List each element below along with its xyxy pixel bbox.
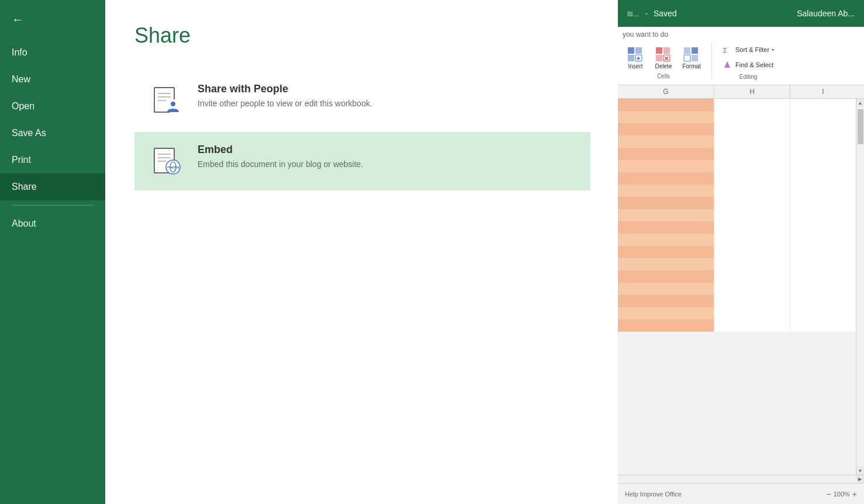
vertical-scrollbar[interactable]: ▲ ▼ (856, 99, 864, 475)
grid-rows (618, 99, 856, 332)
cell-g[interactable] (618, 283, 714, 295)
cell-g[interactable] (618, 307, 714, 319)
cell-i[interactable] (790, 148, 856, 160)
cell-i[interactable] (790, 111, 856, 123)
format-button[interactable]: Format (679, 42, 704, 72)
cell-h[interactable] (714, 234, 790, 246)
cell-h[interactable] (714, 135, 790, 148)
share-with-people-option[interactable]: Share with People Invite other people to… (134, 71, 590, 130)
back-button[interactable]: ← (0, 0, 105, 39)
grid-area: ▲ ▼ (618, 99, 864, 475)
cell-i[interactable] (790, 221, 856, 234)
zoom-plus-btn[interactable]: + (852, 489, 857, 499)
cell-i[interactable] (790, 123, 856, 135)
cell-g[interactable] (618, 270, 714, 283)
cell-i[interactable] (790, 234, 856, 246)
cell-h[interactable] (714, 258, 790, 270)
cell-g[interactable] (618, 185, 714, 197)
cell-g[interactable] (618, 234, 714, 246)
cell-i[interactable] (790, 160, 856, 172)
cell-h[interactable] (714, 123, 790, 135)
cell-i[interactable] (790, 172, 856, 185)
cell-i[interactable] (790, 246, 856, 258)
scroll-down-arrow[interactable]: ▼ (856, 467, 865, 475)
cell-g[interactable] (618, 111, 714, 123)
cell-h[interactable] (714, 197, 790, 209)
cell-h[interactable] (714, 148, 790, 160)
cell-h[interactable] (714, 209, 790, 221)
grid-row (618, 111, 856, 123)
insert-button[interactable]: Insert (623, 42, 648, 72)
sidebar-item-info[interactable]: Info (0, 39, 105, 66)
cell-g[interactable] (618, 209, 714, 221)
excel-saved: Saved (654, 9, 677, 18)
col-headers-row: G H I (618, 85, 864, 99)
app-container: ← Info New Open Save As Print Share Abou… (0, 0, 864, 504)
svg-rect-26 (684, 47, 690, 54)
cell-g[interactable] (618, 172, 714, 185)
cell-h[interactable] (714, 270, 790, 283)
grid-row (618, 123, 856, 135)
cell-g[interactable] (618, 148, 714, 160)
cell-h[interactable] (714, 160, 790, 172)
cell-i[interactable] (790, 295, 856, 307)
find-select-button[interactable]: Find & Select (719, 57, 777, 72)
embed-heading: Embed (198, 144, 363, 156)
sidebar-item-save-as[interactable]: Save As (0, 120, 105, 147)
cell-i[interactable] (790, 319, 856, 332)
embed-icon: </> (148, 144, 184, 179)
delete-button[interactable]: Delete (651, 42, 676, 72)
cell-h[interactable] (714, 221, 790, 234)
sort-filter-button[interactable]: Σ Sort & Filter ▾ (719, 42, 777, 57)
cell-i[interactable] (790, 197, 856, 209)
sidebar-item-about[interactable]: About (0, 210, 105, 237)
cell-g[interactable] (618, 99, 714, 111)
cell-g[interactable] (618, 246, 714, 258)
sidebar: ← Info New Open Save As Print Share Abou… (0, 0, 105, 504)
sidebar-item-print[interactable]: Print (0, 147, 105, 173)
cell-i[interactable] (790, 270, 856, 283)
scroll-right-arrow[interactable]: ▶ (856, 475, 864, 484)
cell-h[interactable] (714, 295, 790, 307)
ribbon-tools: Insert (623, 42, 859, 80)
scroll-thumb[interactable] (858, 109, 863, 144)
cell-g[interactable] (618, 258, 714, 270)
sidebar-item-new[interactable]: New (0, 66, 105, 93)
cell-h[interactable] (714, 307, 790, 319)
cell-i[interactable] (790, 283, 856, 295)
scroll-up-arrow[interactable]: ▲ (856, 99, 865, 107)
cell-h[interactable] (714, 246, 790, 258)
cell-i[interactable] (790, 258, 856, 270)
cell-g[interactable] (618, 135, 714, 148)
embed-option[interactable]: </> Embed Embed this document in your bl… (134, 132, 590, 190)
cell-g[interactable] (618, 197, 714, 209)
status-bar: Help Improve Office − 100% + (618, 483, 864, 504)
share-people-icon (148, 83, 184, 118)
horizontal-scrollbar[interactable]: ▶ (618, 475, 864, 483)
cell-h[interactable] (714, 99, 790, 111)
cell-i[interactable] (790, 185, 856, 197)
cell-h[interactable] (714, 319, 790, 332)
cell-h[interactable] (714, 111, 790, 123)
sidebar-item-share[interactable]: Share (0, 173, 105, 200)
cell-i[interactable] (790, 135, 856, 148)
cell-i[interactable] (790, 209, 856, 221)
cell-h[interactable] (714, 172, 790, 185)
zoom-minus-btn[interactable]: − (826, 489, 831, 499)
cell-g[interactable] (618, 295, 714, 307)
cell-i[interactable] (790, 307, 856, 319)
embed-text: Embed Embed this document in your blog o… (198, 144, 363, 169)
excel-user: Salaudeen Ab... (797, 9, 855, 18)
cell-h[interactable] (714, 283, 790, 295)
cell-i[interactable] (790, 99, 856, 111)
cell-g[interactable] (618, 319, 714, 332)
sidebar-item-open[interactable]: Open (0, 93, 105, 120)
cell-g[interactable] (618, 160, 714, 172)
cell-g[interactable] (618, 123, 714, 135)
grid-row (618, 172, 856, 185)
cell-g[interactable] (618, 221, 714, 234)
grid-row (618, 197, 856, 209)
help-improve-label: Help Improve Office (625, 491, 682, 498)
cell-h[interactable] (714, 185, 790, 197)
svg-point-5 (171, 102, 175, 106)
